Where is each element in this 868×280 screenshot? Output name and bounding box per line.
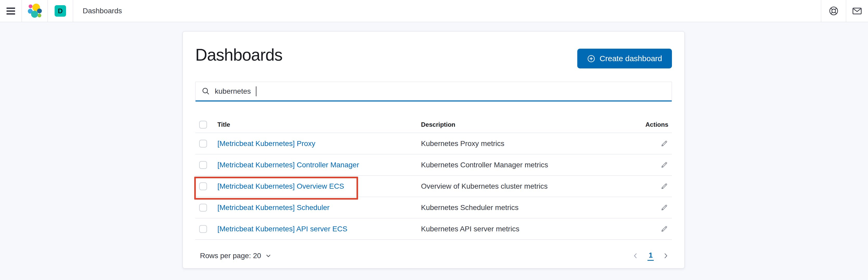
row-checkbox[interactable] [199,225,207,233]
pagination: 1 [630,251,672,261]
row-checkbox[interactable] [199,204,207,212]
row-checkbox[interactable] [199,161,207,169]
rows-per-page-label: Rows per page: 20 [200,252,261,260]
search-icon [202,87,210,95]
row-checkbox[interactable] [199,140,207,147]
dashboard-description: Kubernetes API server metrics [421,225,641,233]
app-header: D Dashboards [0,0,868,22]
space-badge: D [55,5,66,17]
pencil-icon [660,203,668,212]
next-page-button[interactable] [660,251,671,261]
edit-dashboard-button[interactable] [660,161,668,169]
breadcrumb: Dashboards [73,0,122,22]
table-row: [Metricbeat Kubernetes] Controller Manag… [195,154,672,176]
dashboard-title-link[interactable]: [Metricbeat Kubernetes] Proxy [217,139,315,147]
search-input[interactable]: kubernetes [195,82,672,102]
space-selector[interactable]: D [48,0,73,22]
menu-icon [6,7,15,15]
dashboard-title-link[interactable]: [Metricbeat Kubernetes] Overview ECS [217,182,344,190]
help-button[interactable] [827,4,841,18]
pencil-icon [660,225,668,233]
edit-dashboard-button[interactable] [660,182,668,190]
menu-button[interactable] [0,0,22,22]
edit-dashboard-button[interactable] [660,203,668,212]
page-title: Dashboards [195,45,282,65]
edit-dashboard-button[interactable] [660,139,668,147]
page-number-1[interactable]: 1 [648,251,654,261]
dashboard-description: Kubernetes Proxy metrics [421,139,641,148]
help-lifebuoy-icon [829,6,839,16]
rows-per-page-button[interactable]: Rows per page: 20 [195,252,272,260]
dashboard-title-link[interactable]: [Metricbeat Kubernetes] API server ECS [217,225,347,233]
column-header-description: Description [421,121,641,128]
dashboard-title-link[interactable]: [Metricbeat Kubernetes] Scheduler [217,203,330,212]
search-value: kubernetes [215,87,251,95]
dashboard-description: Kubernetes Controller Manager metrics [421,161,641,169]
column-header-title[interactable]: Title [217,121,421,128]
table-header-row: Title Description Actions [195,116,672,133]
chevron-left-icon [632,252,639,259]
row-checkbox[interactable] [199,183,207,190]
pencil-icon [660,182,668,190]
elastic-logo-icon [27,3,42,19]
pencil-icon [660,139,668,147]
home-button[interactable] [22,0,48,22]
chevron-right-icon [662,252,669,259]
text-cursor [256,86,256,96]
table-row: [Metricbeat Kubernetes] Scheduler Kubern… [195,197,672,218]
pencil-icon [660,161,668,169]
newsfeed-button[interactable] [850,4,864,18]
table-row: [Metricbeat Kubernetes] Proxy Kubernetes… [195,133,672,154]
mail-icon [852,6,862,16]
table-row: [Metricbeat Kubernetes] Overview ECS Ove… [195,176,672,197]
create-dashboard-button[interactable]: Create dashboard [577,49,672,68]
dashboard-description: Kubernetes Scheduler metrics [421,203,641,212]
column-header-actions: Actions [641,121,672,128]
dashboards-panel: Dashboards Create dashboard kubernetes T… [183,31,685,269]
plus-circle-icon [587,55,595,63]
chevron-down-icon [265,252,272,259]
dashboard-table: Title Description Actions [Metricbeat Ku… [195,116,672,240]
dashboard-description: Overview of Kubernetes cluster metrics [421,182,641,191]
dashboard-table-body: [Metricbeat Kubernetes] Proxy Kubernetes… [195,133,672,240]
table-row: [Metricbeat Kubernetes] API server ECS K… [195,218,672,240]
select-all-checkbox[interactable] [199,121,207,129]
dashboard-title-link[interactable]: [Metricbeat Kubernetes] Controller Manag… [217,161,359,169]
create-dashboard-label: Create dashboard [600,54,662,63]
previous-page-button[interactable] [630,251,641,261]
edit-dashboard-button[interactable] [660,225,668,233]
table-footer: Rows per page: 20 1 [195,240,672,272]
